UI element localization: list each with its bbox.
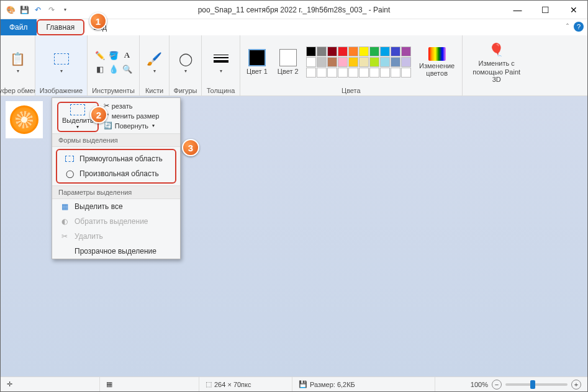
thickness-button[interactable] bbox=[209, 49, 233, 76]
color-palette[interactable] bbox=[306, 47, 411, 78]
color2-button[interactable]: Цвет 2 bbox=[275, 48, 301, 76]
palette-swatch[interactable] bbox=[359, 47, 369, 56]
palette-swatch[interactable] bbox=[391, 57, 400, 67]
palette-swatch[interactable] bbox=[380, 47, 390, 56]
palette-swatch[interactable] bbox=[317, 68, 327, 78]
palette-swatch[interactable] bbox=[317, 57, 327, 67]
dims-icon: ⬚ bbox=[206, 380, 212, 388]
fill-icon[interactable]: 🪣 bbox=[107, 49, 120, 61]
palette-swatch[interactable] bbox=[369, 68, 379, 78]
transparent-selection[interactable]: Прозрачное выделение bbox=[52, 244, 180, 259]
zoom-value: 100% bbox=[471, 381, 488, 388]
disk-icon: 💾 bbox=[299, 380, 307, 388]
resize-button[interactable]: ⤢менить размер bbox=[104, 112, 160, 120]
canvas[interactable] bbox=[6, 101, 43, 138]
color2-swatch bbox=[279, 49, 297, 66]
palette-swatch[interactable] bbox=[317, 47, 327, 56]
palette-swatch[interactable] bbox=[348, 47, 358, 56]
ribbon-tabs: Файл Главная Вид ˆ ? bbox=[1, 19, 587, 35]
group-brushes-label: Кисти bbox=[145, 87, 163, 96]
edit-colors-button[interactable]: Изменение цветов bbox=[416, 46, 458, 78]
delete-icon: ✂ bbox=[60, 232, 70, 241]
tab-file[interactable]: Файл bbox=[1, 19, 37, 35]
magnifier-icon[interactable]: 🔍 bbox=[121, 63, 133, 75]
palette-swatch[interactable] bbox=[338, 57, 348, 67]
group-image-label: Изображение bbox=[40, 87, 83, 96]
canvas-dims: ⬚264 × 70пкс bbox=[199, 377, 292, 391]
palette-swatch[interactable] bbox=[359, 68, 369, 78]
help-icon[interactable]: ? bbox=[574, 22, 584, 32]
image-dropdown: Выделить ▾ ✂резать ⤢менить размер 🔄Повер… bbox=[52, 97, 181, 259]
select-button[interactable] bbox=[49, 49, 74, 76]
select-all[interactable]: ▦Выделить все bbox=[52, 199, 180, 214]
minimize-button[interactable]: — bbox=[504, 1, 531, 19]
palette-swatch[interactable] bbox=[306, 47, 316, 56]
picker-icon[interactable]: 💧 bbox=[107, 63, 120, 75]
crop-button[interactable]: ✂резать bbox=[104, 102, 160, 110]
palette-swatch[interactable] bbox=[380, 68, 390, 78]
freeform-selection[interactable]: ◯Произвольная область bbox=[57, 166, 175, 181]
save-icon[interactable]: 💾 bbox=[19, 5, 29, 15]
maximize-button[interactable]: ☐ bbox=[531, 1, 559, 19]
palette-swatch[interactable] bbox=[369, 57, 379, 67]
palette-swatch[interactable] bbox=[391, 68, 400, 78]
rainbow-icon bbox=[428, 47, 446, 61]
statusbar: ✛ ▦ ⬚264 × 70пкс 💾Размер: 6,2КБ 100% − + bbox=[1, 376, 587, 391]
eraser-icon[interactable]: ◧ bbox=[94, 63, 106, 75]
selection-size: ▦ bbox=[100, 377, 199, 391]
palette-swatch[interactable] bbox=[401, 57, 411, 67]
group-colors-label: Цвета bbox=[341, 87, 361, 96]
close-button[interactable]: ✕ bbox=[559, 1, 587, 19]
palette-swatch[interactable] bbox=[338, 68, 348, 78]
group-clipboard-label: Буфер обмена bbox=[0, 87, 41, 96]
paste-button[interactable]: 📋 bbox=[6, 49, 30, 76]
section-shapes: Формы выделения bbox=[52, 133, 180, 147]
thickness-icon bbox=[211, 50, 231, 68]
color1-button[interactable]: Цвет 1 bbox=[244, 48, 270, 76]
palette-swatch[interactable] bbox=[327, 47, 337, 56]
palette-swatch[interactable] bbox=[306, 68, 316, 78]
group-colors: Цвет 1 Цвет 2 Изменение цветов Цвета bbox=[240, 35, 463, 96]
select-all-icon: ▦ bbox=[60, 202, 70, 211]
palette-swatch[interactable] bbox=[401, 68, 411, 78]
group-clipboard: 📋 Буфер обмена bbox=[1, 35, 35, 96]
zoom-out-button[interactable]: − bbox=[492, 380, 502, 390]
paint-window: 🎨 💾 ↶ ↷ ▾ poo_Snap_11 сентября 2022 г._1… bbox=[0, 0, 588, 392]
callout-2: 2 bbox=[90, 106, 107, 123]
collapse-ribbon-icon[interactable]: ˆ bbox=[566, 23, 569, 32]
palette-swatch[interactable] bbox=[327, 68, 337, 78]
callout-3: 3 bbox=[182, 139, 199, 156]
zoom-thumb[interactable] bbox=[530, 380, 535, 389]
rotate-icon: 🔄 bbox=[104, 122, 112, 130]
pencil-icon[interactable]: ✏️ bbox=[94, 49, 106, 61]
brushes-button[interactable]: 🖌️ bbox=[142, 49, 167, 76]
paint3d-button[interactable]: 🎈Изменить спомощью Paint 3D bbox=[466, 40, 527, 84]
redo-icon[interactable]: ↷ bbox=[47, 5, 57, 15]
undo-icon[interactable]: ↶ bbox=[33, 5, 43, 15]
zoom-slider[interactable] bbox=[505, 383, 568, 386]
toolgrid: ✏️ 🪣 A ◧ 💧 🔍 bbox=[94, 49, 133, 75]
shapes-button[interactable]: ◯ bbox=[173, 49, 198, 76]
palette-swatch[interactable] bbox=[306, 57, 316, 67]
palette-swatch[interactable] bbox=[380, 57, 390, 67]
rotate-button[interactable]: 🔄Повернуть▾ bbox=[104, 122, 160, 130]
quick-access-toolbar: 🎨 💾 ↶ ↷ ▾ bbox=[1, 5, 70, 15]
rectangular-selection[interactable]: Прямоугольная область bbox=[57, 151, 175, 166]
window-controls: — ☐ ✕ bbox=[504, 1, 587, 19]
section-params: Параметры выделения bbox=[52, 185, 180, 199]
palette-swatch[interactable] bbox=[369, 47, 379, 56]
palette-swatch[interactable] bbox=[327, 57, 337, 67]
qat-dropdown-icon[interactable]: ▾ bbox=[60, 5, 70, 15]
palette-swatch[interactable] bbox=[401, 47, 411, 56]
text-icon[interactable]: A bbox=[121, 49, 133, 61]
color1-label: Цвет 1 bbox=[247, 68, 268, 75]
palette-swatch[interactable] bbox=[391, 47, 400, 56]
select-rect-icon bbox=[70, 104, 85, 115]
tab-home[interactable]: Главная bbox=[37, 19, 85, 35]
palette-swatch[interactable] bbox=[348, 57, 358, 67]
selection-size-icon: ▦ bbox=[106, 380, 112, 388]
palette-swatch[interactable] bbox=[338, 47, 348, 56]
palette-swatch[interactable] bbox=[348, 68, 358, 78]
palette-swatch[interactable] bbox=[359, 57, 369, 67]
zoom-in-button[interactable]: + bbox=[571, 380, 581, 390]
